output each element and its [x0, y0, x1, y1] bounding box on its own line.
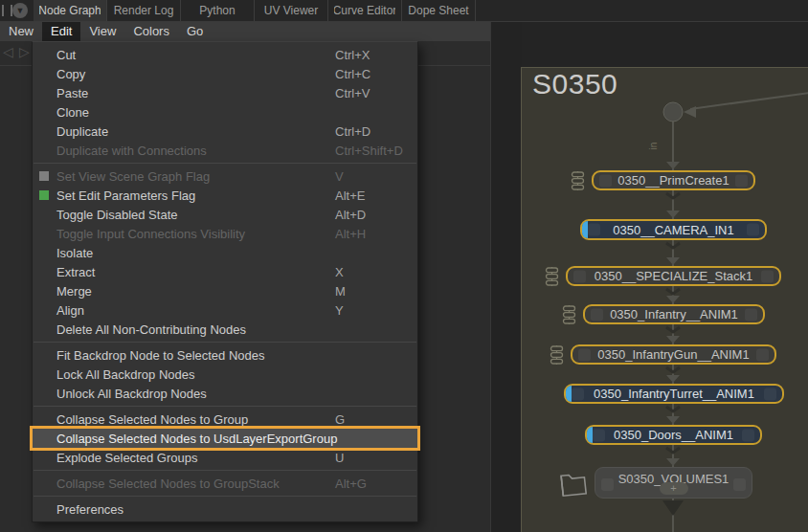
pane-divider-strip[interactable]: [490, 22, 522, 532]
node-flag-right[interactable]: [735, 174, 748, 187]
node-flag-right[interactable]: [747, 224, 759, 236]
tab-uv-viewer[interactable]: UV Viewer: [255, 0, 328, 21]
graph-node-s0350-volumes1[interactable]: S0350_VOLUMES1+: [595, 467, 752, 499]
tab-python[interactable]: Python: [181, 0, 255, 21]
menu-item-duplicate-with-connections[interactable]: Duplicate with ConnectionsCtrl+Shift+D: [33, 141, 417, 160]
node-label: 0350_Doors__ANIM1: [614, 428, 733, 442]
node-flag-left[interactable]: [573, 270, 586, 282]
menu-item-label: Cut: [56, 48, 76, 62]
menu-item-extract[interactable]: ExtractX: [33, 262, 417, 281]
node-flag-right[interactable]: [742, 429, 754, 441]
menu-item-delete-all-non-contributing-nodes[interactable]: Delete All Non-Contributing Nodes: [33, 320, 417, 339]
menubar-item-go[interactable]: Go: [178, 22, 212, 41]
menu-item-shortcut: M: [335, 284, 346, 299]
graph-node-0350-infantry-anim1[interactable]: 0350_Infantry__ANIM1: [583, 304, 765, 324]
menu-separator: [34, 496, 416, 497]
menu-separator: [34, 470, 416, 471]
graph-node-0350-primcreate1[interactable]: 0350__PrimCreate1: [592, 170, 755, 190]
menu-item-label: Toggle Input Connections Visibility: [56, 227, 245, 241]
node-flag-left[interactable]: [588, 224, 600, 236]
menubar-item-colors[interactable]: Colors: [124, 22, 178, 41]
app-window: ▼ Node GraphRender LogPythonUV ViewerCur…: [0, 0, 808, 532]
node-label: 0350_InfantryTurret__ANIM1: [594, 387, 754, 401]
layer-stack-icon: [549, 345, 565, 368]
menu-item-set-edit-parameters-flag[interactable]: Set Edit Parameters FlagAlt+E: [33, 186, 417, 205]
menu-item-toggle-disabled-state[interactable]: Toggle Disabled StateAlt+D: [33, 205, 417, 224]
menu-item-shortcut: Ctrl+Shift+D: [335, 144, 403, 158]
menubar-item-view[interactable]: View: [80, 22, 124, 41]
node-graph-canvas[interactable]: S0350: [521, 67, 808, 532]
network-menubar: NewEditViewColorsGo: [0, 22, 490, 41]
menu-item-label: Fit Backdrop Node to Selected Nodes: [56, 348, 265, 363]
tab-node-graph[interactable]: Node Graph: [34, 0, 107, 21]
pane-menu-button[interactable]: ▼: [12, 3, 28, 18]
node-flag-right[interactable]: [764, 388, 776, 400]
menubar-item-new[interactable]: New: [0, 22, 42, 41]
menu-item-align[interactable]: AlignY: [33, 300, 417, 320]
node-flag-right[interactable]: [745, 308, 757, 321]
menu-item-shortcut: Alt+E: [335, 188, 365, 203]
graph-node-0350-specialize-stack1[interactable]: 0350__SPECIALIZE_Stack1: [566, 266, 781, 286]
menu-item-duplicate[interactable]: DuplicateCtrl+D: [33, 122, 417, 141]
menu-item-toggle-input-connections-visibility[interactable]: Toggle Input Connections VisibilityAlt+H: [33, 224, 417, 243]
node-flag-left[interactable]: [599, 174, 612, 187]
expand-plus-button[interactable]: +: [660, 482, 688, 495]
tab-label: Render Log: [114, 0, 174, 21]
edit-menu-dropdown: CutCtrl+XCopyCtrl+CPasteCtrl+VCloneDupli…: [32, 41, 418, 522]
flag-square-icon: [39, 190, 49, 200]
menu-item-collapse-selected-nodes-to-group[interactable]: Collapse Selected Nodes to GroupG: [33, 410, 417, 429]
node-label: 0350_InfantryGun__ANIM1: [597, 347, 749, 362]
history-forward-button[interactable]: ▷: [19, 44, 30, 59]
menu-item-preferences[interactable]: Preferences: [33, 499, 417, 519]
menu-item-shortcut: Y: [335, 303, 344, 318]
menu-item-isolate[interactable]: Isolate: [33, 243, 417, 262]
node-flag-left[interactable]: [593, 429, 605, 441]
menu-item-shortcut: X: [335, 265, 344, 279]
node-flag-right[interactable]: [756, 348, 769, 361]
menu-item-label: Align: [56, 303, 84, 318]
node-label: 0350__PrimCreate1: [617, 173, 729, 188]
menu-item-label: Collapse Selected Nodes to GroupStack: [56, 477, 280, 491]
menu-item-shortcut: Ctrl+C: [335, 67, 370, 81]
menu-item-label: Isolate: [56, 246, 93, 260]
menu-item-paste[interactable]: PasteCtrl+V: [33, 83, 417, 102]
menu-item-cut[interactable]: CutCtrl+X: [33, 45, 417, 64]
menu-item-collapse-selected-nodes-to-usdlayerexportgroup[interactable]: Collapse Selected Nodes to UsdLayerExpor…: [33, 429, 417, 448]
graph-node-0350-doors-anim1[interactable]: 0350_Doors__ANIM1: [585, 425, 762, 445]
menu-item-copy[interactable]: CopyCtrl+C: [33, 64, 417, 83]
menu-item-label: Paste: [56, 86, 88, 100]
menubar-item-edit[interactable]: Edit: [42, 22, 80, 41]
node-flag-right[interactable]: [761, 270, 774, 282]
graph-node-0350-camera-in1[interactable]: 0350__CAMERA_IN1: [580, 219, 767, 240]
menu-item-label: Duplicate: [56, 124, 108, 139]
tab-curve-editor[interactable]: Curve Editor: [328, 0, 402, 21]
node-label: 0350__CAMERA_IN1: [613, 223, 733, 237]
menu-item-explode-selected-groups[interactable]: Explode Selected GroupsU: [33, 448, 417, 467]
flag-square-icon: [39, 171, 49, 181]
node-graph-wires: [522, 68, 808, 532]
node-flag-left[interactable]: [601, 478, 614, 491]
node-flag-left[interactable]: [578, 348, 591, 361]
menu-item-set-view-scene-graph-flag[interactable]: Set View Scene Graph FlagV: [33, 166, 417, 186]
menu-item-shortcut: Alt+G: [335, 477, 367, 491]
tab-dope-sheet[interactable]: Dope Sheet: [402, 0, 476, 21]
menu-item-unlock-all-backdrop-nodes[interactable]: Unlock All Backdrop Nodes: [33, 384, 417, 403]
node-flag-left[interactable]: [591, 308, 603, 321]
menu-item-shortcut: U: [335, 451, 344, 465]
menu-item-clone[interactable]: Clone: [33, 102, 417, 122]
node-flag-right[interactable]: [733, 478, 746, 491]
menu-item-collapse-selected-nodes-to-groupstack[interactable]: Collapse Selected Nodes to GroupStackAlt…: [33, 474, 417, 493]
menu-separator: [34, 406, 416, 407]
menu-item-label: Set View Scene Graph Flag: [56, 169, 210, 184]
menu-item-lock-all-backdrop-nodes[interactable]: Lock All Backdrop Nodes: [33, 365, 417, 384]
tab-render-log[interactable]: Render Log: [107, 0, 181, 21]
graph-node-0350-infantryturret-anim1[interactable]: 0350_InfantryTurret__ANIM1: [564, 384, 784, 404]
pane-grip-handle[interactable]: [2, 5, 12, 16]
menu-item-fit-backdrop-node-to-selected-nodes[interactable]: Fit Backdrop Node to Selected Nodes: [33, 345, 417, 365]
node-flag-left[interactable]: [572, 388, 584, 400]
history-back-button[interactable]: ◁: [3, 44, 13, 59]
menu-item-label: Merge: [56, 284, 92, 299]
tab-label: Curve Editor: [334, 0, 395, 21]
menu-item-merge[interactable]: MergeM: [33, 281, 417, 300]
graph-node-0350-infantrygun-anim1[interactable]: 0350_InfantryGun__ANIM1: [571, 344, 776, 365]
